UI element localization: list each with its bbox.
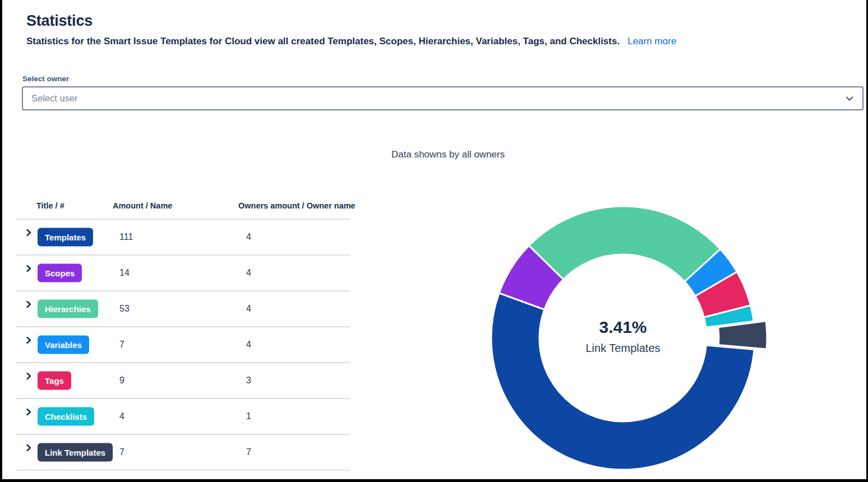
owner-select[interactable]: Select user: [22, 86, 864, 110]
table-row-variables[interactable]: Variables 7 4: [16, 327, 350, 363]
amount-value: 14: [119, 268, 130, 278]
amount-value: 7: [119, 447, 124, 457]
owners-value: 1: [246, 411, 251, 421]
table-row-tags[interactable]: Tags 9 3: [16, 363, 350, 399]
owners-value: 3: [246, 376, 251, 386]
chevron-right-icon[interactable]: [26, 229, 31, 237]
amount-value: 7: [119, 340, 124, 350]
select-owner-label: Select owner: [22, 75, 69, 83]
chevron-right-icon[interactable]: [26, 372, 31, 380]
category-badge: Scopes: [38, 264, 82, 282]
chevron-right-icon[interactable]: [26, 265, 31, 272]
category-badge: Hierarchies: [38, 300, 98, 318]
category-badge: Tags: [38, 372, 71, 390]
category-badge: Link Templates: [38, 443, 113, 462]
statistics-table: Title / # Amount / Name Owners amount / …: [16, 196, 350, 471]
table-row-scopes[interactable]: Scopes 14 4: [16, 256, 350, 291]
donut-chart: [350, 140, 868, 482]
page-subtitle: Statistics for the Smart Issue Templates…: [26, 36, 676, 47]
owners-value: 4: [246, 232, 251, 242]
column-header-title: Title / #: [36, 201, 64, 210]
chevron-right-icon[interactable]: [26, 336, 31, 344]
donut-segment-hierarchies[interactable]: [529, 206, 720, 282]
table-row-checklists[interactable]: Checklists 4 1: [16, 399, 350, 435]
chevron-down-icon: [845, 94, 854, 103]
column-header-owners: Owners amount / Owner name: [238, 201, 355, 210]
amount-value: 9: [119, 376, 124, 386]
owners-value: 4: [246, 304, 251, 314]
amount-value: 4: [119, 411, 124, 421]
table-row-templates[interactable]: Templates 111 4: [16, 220, 350, 256]
statistics-page: Statistics Statistics for the Smart Issu…: [0, 0, 868, 482]
amount-value: 53: [119, 304, 130, 314]
category-badge: Templates: [38, 228, 93, 247]
chevron-right-icon[interactable]: [26, 300, 31, 308]
column-header-amount: Amount / Name: [113, 201, 172, 210]
page-title: Statistics: [26, 12, 93, 30]
owners-value: 4: [246, 340, 251, 350]
chevron-right-icon[interactable]: [26, 444, 31, 452]
owner-select-placeholder: Select user: [31, 93, 845, 104]
learn-more-link[interactable]: Learn more: [627, 36, 676, 47]
owners-value: 4: [246, 268, 251, 278]
amount-value: 111: [119, 232, 133, 242]
owners-value: 7: [246, 447, 251, 457]
table-header-row: Title / # Amount / Name Owners amount / …: [16, 196, 350, 220]
category-badge: Variables: [38, 336, 89, 354]
table-row-link-templates[interactable]: Link Templates 7 7: [16, 435, 350, 471]
chevron-right-icon[interactable]: [26, 408, 31, 416]
category-badge: Checklists: [38, 407, 94, 426]
table-row-hierarchies[interactable]: Hierarchies 53 4: [16, 291, 350, 327]
subtitle-text: Statistics for the Smart Issue Templates…: [26, 36, 620, 47]
